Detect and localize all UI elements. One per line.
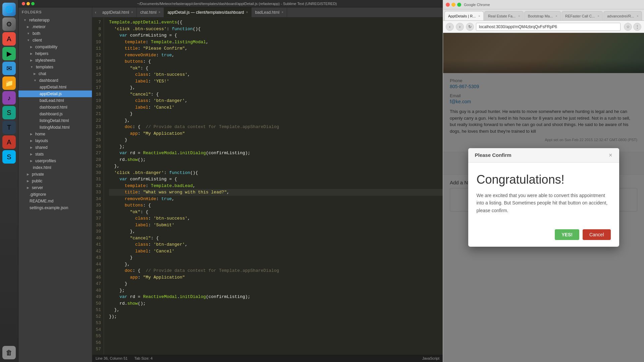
modal-dialog: Please Confirm × Congratulations! We are…: [468, 148, 619, 247]
tree-item-client[interactable]: client: [18, 37, 92, 44]
forward-button[interactable]: ›: [456, 23, 464, 31]
modal-overlay[interactable]: Please Confirm × Congratulations! We are…: [443, 33, 644, 362]
app-icon-teal[interactable]: S: [2, 106, 16, 119]
skype-icon[interactable]: S: [2, 150, 16, 164]
tree-item-apptdetail-js[interactable]: apptDetail.js: [18, 90, 92, 97]
tab-nav-left[interactable]: ‹: [92, 7, 99, 17]
modal-footer: YES! Cancel: [468, 229, 619, 247]
browser-tab-refaster[interactable]: REFaster Call C... ×: [561, 11, 603, 20]
code-editor[interactable]: 7891011 1213141516 1718192021 2223242526…: [92, 17, 443, 355]
tree-item-compatibility[interactable]: compatibility: [18, 44, 92, 50]
line-numbers: 7891011 1213141516 1718192021 2223242526…: [92, 17, 104, 355]
tree-item-layouts[interactable]: layouts: [18, 137, 92, 144]
app-icon-green[interactable]: ▶: [2, 47, 16, 60]
browser-tab-bar: ApptDetails | R... × Real Estate Fa... ×…: [443, 9, 644, 21]
tree-item-shared[interactable]: shared: [18, 144, 92, 151]
browser-tab-close-3[interactable]: ×: [555, 14, 557, 18]
tab-close-apptdetail-js[interactable]: ×: [246, 10, 248, 14]
modal-heading: Congratulations!: [477, 173, 611, 187]
tree-item-meteor[interactable]: .meteor: [18, 23, 92, 30]
chrome-window-controls: [446, 3, 461, 7]
tab-close-chat-html[interactable]: ×: [159, 10, 161, 14]
code-text[interactable]: Template.apptDetail.events({ 'click .btn…: [104, 17, 443, 355]
tab-chat-html[interactable]: chat.html ×: [137, 7, 164, 17]
file-tree-panel: FOLDERS refasterapp .meteor both client …: [18, 7, 92, 362]
browser-panel: Google Chrome ApptDetails | R... × Real …: [443, 0, 644, 362]
chrome-max-btn[interactable]: [457, 3, 461, 7]
tree-item-userprofiles[interactable]: userprofiles: [18, 158, 92, 164]
max-btn[interactable]: [31, 2, 35, 5]
modal-close-icon[interactable]: ×: [609, 152, 612, 158]
app-icon-blue[interactable]: ✉: [2, 62, 16, 75]
modal-yes-button[interactable]: YES!: [555, 229, 579, 240]
min-btn[interactable]: [26, 2, 30, 5]
bookmark-icon[interactable]: ☆: [624, 23, 632, 31]
tree-item-gitignore[interactable]: .gitignore: [18, 191, 92, 198]
app-icon-purple[interactable]: ♪: [2, 91, 16, 105]
back-button[interactable]: ‹: [446, 23, 454, 31]
tree-item-both[interactable]: both: [18, 30, 92, 37]
chrome-min-btn[interactable]: [451, 3, 455, 7]
tree-item-server[interactable]: server: [18, 184, 92, 191]
modal-body: Congratulations! We are excited that you…: [468, 163, 619, 229]
tree-item-public[interactable]: public: [18, 178, 92, 184]
tree-item-dashboard[interactable]: dashboard: [18, 77, 92, 84]
sublime-titlebar: ~/Documents/Meteor/refasterapp/client/te…: [18, 0, 443, 7]
modal-cancel-button[interactable]: Cancel: [583, 229, 611, 240]
browser-tab-apptdetails[interactable]: ApptDetails | R... ×: [444, 11, 484, 20]
reload-button[interactable]: ↻: [466, 23, 474, 31]
tab-close-apptdetail-html[interactable]: ×: [131, 10, 133, 14]
browser-content: Phone 805-867-5309 Email f@ke.com This g…: [443, 33, 644, 362]
window-controls: [22, 2, 35, 5]
status-bar: Line 36, Column 51 Tab Size: 4 JavaScrip…: [92, 355, 443, 362]
tree-item-templates[interactable]: templates: [18, 64, 92, 70]
tree-item-readme[interactable]: README.md: [18, 198, 92, 204]
tree-item-index[interactable]: index.html: [18, 164, 92, 171]
close-btn[interactable]: [22, 2, 25, 5]
sublime-area: ~/Documents/Meteor/refasterapp/client/te…: [18, 0, 443, 362]
tab-size: Tab Size: 4: [134, 356, 152, 360]
tree-item-chat[interactable]: chat: [18, 70, 92, 77]
browser-tab-close-2[interactable]: ×: [518, 14, 520, 18]
mac-dock: 🌐 ⚙ A ▶ ✉ 📁 ♪ S T A S 🗑: [0, 0, 18, 362]
tree-item-dashboard-js[interactable]: dashboard.js: [18, 111, 92, 117]
tree-item-stats[interactable]: stats: [18, 151, 92, 158]
app-icon-red[interactable]: A: [2, 32, 16, 46]
trash-icon[interactable]: 🗑: [2, 346, 16, 359]
browser-tab-close-1[interactable]: ×: [478, 14, 480, 18]
language: JavaScript: [422, 356, 439, 360]
tab-apptdetail-js[interactable]: apptDetail.js — client/templates/dashboa…: [164, 7, 252, 17]
browser-tab-bootstrap[interactable]: Bootstrap Ma... ×: [524, 11, 561, 20]
modal-body-text: We are excited that you were able to con…: [477, 192, 611, 214]
tree-item-helpers[interactable]: helpers: [18, 50, 92, 57]
chrome-close-btn[interactable]: [446, 3, 450, 7]
tree-item-listingdetail[interactable]: listingDetail.html: [18, 117, 92, 124]
tab-apptdetail-html[interactable]: apptDetail.html ×: [99, 7, 137, 17]
app-icon-crimson[interactable]: A: [2, 135, 16, 149]
tree-item-listingmodal[interactable]: listingModal.html: [18, 124, 92, 131]
app-icon-dark[interactable]: T: [2, 121, 16, 134]
tab-close-badlead-html[interactable]: ×: [281, 10, 283, 14]
browser-tab-realestate[interactable]: Real Estate Fa... ×: [484, 11, 524, 20]
file-tree-header: FOLDERS: [18, 7, 92, 17]
tree-item-dashboard-html[interactable]: dashboard.html: [18, 104, 92, 111]
tree-item-stylesheets[interactable]: stylesheets: [18, 57, 92, 64]
tree-item-private[interactable]: private: [18, 171, 92, 178]
address-bar: ‹ › ↻ ☆ ⋮: [443, 21, 644, 33]
launchpad-icon[interactable]: ⚙: [2, 17, 16, 31]
browser-tab-close-5[interactable]: ×: [637, 14, 638, 18]
settings-icon[interactable]: ⋮: [633, 23, 641, 31]
tree-item-badlead[interactable]: badLead.html: [18, 97, 92, 104]
tree-item-home[interactable]: home: [18, 131, 92, 137]
finder-icon[interactable]: 🌐: [2, 3, 16, 16]
tab-badlead-html[interactable]: badLead.html ×: [252, 7, 287, 17]
browser-tab-advancedrei[interactable]: advancedrei/R... ×: [603, 11, 642, 20]
app-icon-orange[interactable]: 📁: [2, 76, 16, 90]
tree-item-apptdetail-html[interactable]: apptDetail.html: [18, 84, 92, 90]
url-input[interactable]: [476, 23, 621, 31]
tree-item-refasterapp[interactable]: refasterapp: [18, 17, 92, 23]
browser-tab-close-4[interactable]: ×: [598, 14, 599, 18]
tree-item-settings[interactable]: settings.example.json: [18, 204, 92, 211]
chrome-titlebar: Google Chrome: [443, 0, 644, 9]
editor-area: ‹ apptDetail.html × chat.html × apptDeta…: [92, 7, 443, 362]
